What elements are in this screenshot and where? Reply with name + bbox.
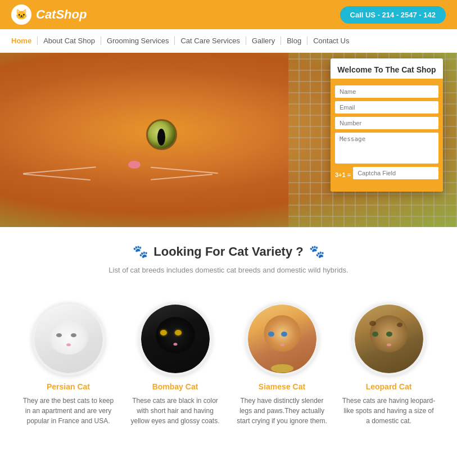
looking-title: 🐾 Looking For Cat Variety ? 🐾: [11, 244, 446, 259]
paw-icon-right: 🐾: [309, 244, 324, 259]
cat-card-siamese: Siamese Cat They have distinctly slender…: [234, 302, 330, 426]
whisker-1: [23, 166, 96, 174]
bombay-cat-name: Bombay Cat: [128, 382, 223, 391]
form-card-body: 3+1 =: [331, 80, 443, 192]
captcha-input[interactable]: [353, 167, 438, 179]
cat-card-persian: Persian Cat They are the best cats to ke…: [21, 302, 116, 426]
nav-home[interactable]: Home: [11, 37, 38, 45]
form-card-title: Welcome To The Cat Shop: [331, 58, 443, 80]
siamese-cat-name: Siamese Cat: [234, 382, 330, 391]
cat-circle-leopard: [352, 302, 426, 375]
nav-care[interactable]: Cat Care Services: [175, 37, 246, 45]
nav-gallery[interactable]: Gallery: [246, 37, 281, 45]
cat-eye-hero: [146, 119, 177, 150]
cat-img-persian: [34, 302, 103, 375]
logo-text: CatShop: [36, 7, 87, 22]
logo-icon: 🐱: [11, 4, 31, 25]
site-header: 🐱 CatShop Call US - 214 - 2547 - 142: [0, 0, 457, 29]
cat-card-bombay: Bombay Cat These cats are black in color…: [128, 302, 223, 426]
whisker-4: [151, 174, 212, 180]
number-input[interactable]: [335, 117, 438, 129]
cat-cards-container: Persian Cat They are the best cats to ke…: [0, 302, 457, 443]
nav-blog[interactable]: Blog: [281, 37, 307, 45]
email-input[interactable]: [335, 101, 438, 114]
nav-contact[interactable]: Contact Us: [307, 37, 355, 45]
cat-circle-bombay: [139, 302, 212, 375]
captcha-label: 3+1 =: [335, 171, 351, 178]
persian-cat-desc: They are the best cats to keep in an apa…: [21, 396, 116, 426]
persian-cat-name: Persian Cat: [21, 382, 116, 391]
name-input[interactable]: [335, 85, 438, 98]
nav-grooming[interactable]: Grooming Services: [101, 37, 175, 45]
cat-nose-hero: [128, 161, 141, 169]
captcha-row: 3+1 =: [335, 167, 438, 183]
call-button[interactable]: Call US - 214 - 2547 - 142: [340, 6, 446, 24]
whisker-2: [23, 174, 91, 180]
looking-subtitle: List of cat breeds includes domestic cat…: [11, 266, 446, 274]
cat-circle-siamese: [246, 302, 319, 375]
siamese-cat-desc: They have distinctly slender legs and pa…: [234, 396, 330, 426]
leopard-cat-desc: These cats are having leopard-like spots…: [341, 396, 437, 426]
paw-icon-left: 🐾: [133, 244, 148, 259]
cat-img-leopard: [355, 302, 423, 375]
whisker-3: [151, 166, 218, 173]
cat-img-siamese: [248, 302, 316, 375]
hero-section: Welcome To The Cat Shop 3+1 =: [0, 53, 457, 227]
cat-card-leopard: Leopard Cat These cats are having leopar…: [341, 302, 437, 426]
bombay-cat-desc: These cats are black in color with short…: [128, 396, 223, 426]
cat-circle-persian: [32, 302, 105, 375]
message-input[interactable]: [335, 133, 438, 164]
nav-about[interactable]: About Cat Shop: [38, 37, 101, 45]
looking-title-text: Looking For Cat Variety ?: [153, 244, 303, 259]
leopard-cat-name: Leopard Cat: [341, 382, 437, 391]
cat-img-bombay: [141, 302, 210, 375]
contact-form-card: Welcome To The Cat Shop 3+1 =: [331, 58, 443, 192]
logo: 🐱 CatShop: [11, 4, 87, 25]
main-nav: Home About Cat Shop Grooming Services Ca…: [0, 29, 457, 53]
looking-section: 🐾 Looking For Cat Variety ? 🐾 List of ca…: [0, 228, 457, 302]
